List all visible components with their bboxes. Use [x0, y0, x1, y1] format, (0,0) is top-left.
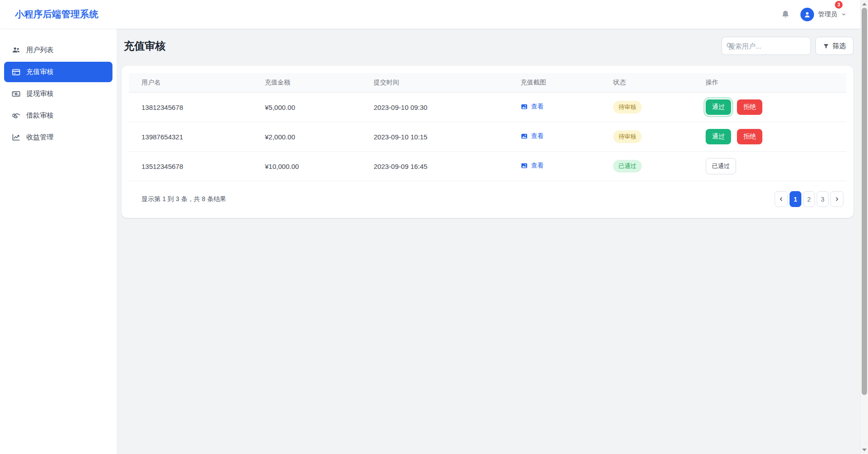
table-row: 13812345678 ¥5,000.00 2023-09-10 09:30 查…: [129, 93, 846, 122]
image-icon: [521, 103, 528, 110]
col-submit-time: 提交时间: [361, 73, 508, 93]
filter-button[interactable]: 筛选: [815, 37, 853, 55]
image-icon: [521, 162, 528, 169]
vertical-scrollbar: [860, 0, 868, 454]
approved-button[interactable]: 已通过: [706, 158, 736, 174]
users-icon: [12, 46, 20, 54]
approve-button[interactable]: 通过: [706, 99, 731, 115]
page-button-3[interactable]: 3: [817, 191, 829, 207]
search-input[interactable]: [722, 37, 811, 55]
sidebar-item-loan-review[interactable]: 借款审核: [4, 105, 112, 126]
username-cell: 13987654321: [129, 122, 252, 152]
page-title: 充值审核: [124, 39, 166, 53]
money-bill-icon: [12, 89, 20, 98]
scrollbar-down-arrow[interactable]: [862, 449, 867, 451]
sidebar-item-label: 提现审核: [26, 89, 54, 98]
status-badge: 待审核: [613, 130, 642, 143]
col-screenshot: 充值截图: [508, 73, 600, 93]
notification-count-badge: 3: [835, 1, 843, 9]
sidebar: 用户列表 充值审核 提现审核 借款审核 收益管理: [0, 29, 117, 454]
status-badge: 待审核: [613, 101, 642, 114]
table-header-row: 用户名 充值金额 提交时间 充值截图 状态 操作: [129, 73, 846, 93]
reject-button[interactable]: 拒绝: [737, 99, 762, 115]
sidebar-item-withdraw-review[interactable]: 提现审核: [4, 84, 112, 104]
scrollbar-thumb[interactable]: [862, 8, 867, 395]
next-page-button[interactable]: [830, 191, 844, 207]
admin-dropdown[interactable]: 3 管理员: [800, 8, 846, 21]
submit-time-cell: 2023-09-10 10:15: [361, 122, 508, 152]
username-cell: 13512345678: [129, 152, 252, 181]
page-button-1[interactable]: 1: [790, 191, 801, 207]
view-screenshot-link[interactable]: 查看: [521, 103, 544, 111]
table-row: 13512345678 ¥10,000.00 2023-09-09 16:45 …: [129, 152, 846, 181]
col-status: 状态: [600, 73, 693, 93]
chevron-left-icon: [778, 196, 784, 202]
table-row: 13987654321 ¥2,000.00 2023-09-10 10:15 查…: [129, 122, 846, 152]
table-card: 用户名 充值金额 提交时间 充值截图 状态 操作 13812345678 ¥5,…: [122, 66, 853, 218]
notification-bell-icon[interactable]: [780, 10, 790, 20]
sidebar-item-label: 充值审核: [26, 68, 54, 76]
chevron-down-icon: [841, 12, 846, 17]
col-actions: 操作: [693, 73, 846, 93]
app-title: 小程序后端管理系统: [15, 8, 99, 20]
image-icon: [521, 133, 528, 140]
username-cell: 13812345678: [129, 93, 252, 122]
chart-line-icon: [12, 133, 20, 142]
amount-cell: ¥2,000.00: [252, 122, 361, 152]
filter-button-label: 筛选: [833, 42, 846, 50]
view-screenshot-link[interactable]: 查看: [521, 162, 544, 170]
chevron-right-icon: [834, 196, 840, 202]
view-screenshot-link[interactable]: 查看: [521, 132, 544, 140]
sidebar-item-recharge-review[interactable]: 充值审核: [4, 62, 112, 82]
amount-cell: ¥5,000.00: [252, 93, 361, 122]
handshake-icon: [12, 111, 20, 120]
recharge-table: 用户名 充值金额 提交时间 充值截图 状态 操作 13812345678 ¥5,…: [129, 73, 846, 181]
main-content: 充值审核 筛选 用户名 充值金额 提交时间 充值截图 状态 操作: [117, 29, 860, 454]
sidebar-item-user-list[interactable]: 用户列表: [4, 40, 112, 60]
reject-button[interactable]: 拒绝: [737, 129, 762, 144]
col-amount: 充值金额: [252, 73, 361, 93]
admin-label: 管理员: [818, 10, 837, 19]
sidebar-item-profit-management[interactable]: 收益管理: [4, 127, 112, 148]
pagination: 1 2 3: [775, 191, 844, 207]
submit-time-cell: 2023-09-10 09:30: [361, 93, 508, 122]
submit-time-cell: 2023-09-09 16:45: [361, 152, 508, 181]
filter-funnel-icon: [823, 43, 829, 49]
approve-button[interactable]: 通过: [706, 129, 731, 144]
credit-card-icon: [12, 68, 20, 76]
results-summary: 显示第 1 到 3 条，共 8 条结果: [141, 195, 226, 203]
avatar[interactable]: [800, 8, 814, 21]
prev-page-button[interactable]: [775, 191, 788, 207]
status-badge: 已通过: [613, 160, 642, 173]
sidebar-item-label: 用户列表: [26, 46, 54, 54]
sidebar-item-label: 收益管理: [26, 133, 54, 142]
col-username: 用户名: [129, 73, 252, 93]
sidebar-item-label: 借款审核: [26, 111, 54, 120]
user-icon: [803, 10, 812, 19]
scrollbar-up-arrow[interactable]: [862, 3, 867, 5]
page-button-2[interactable]: 2: [803, 191, 815, 207]
top-navbar: 小程序后端管理系统 3 管理员: [0, 0, 860, 29]
amount-cell: ¥10,000.00: [252, 152, 361, 181]
